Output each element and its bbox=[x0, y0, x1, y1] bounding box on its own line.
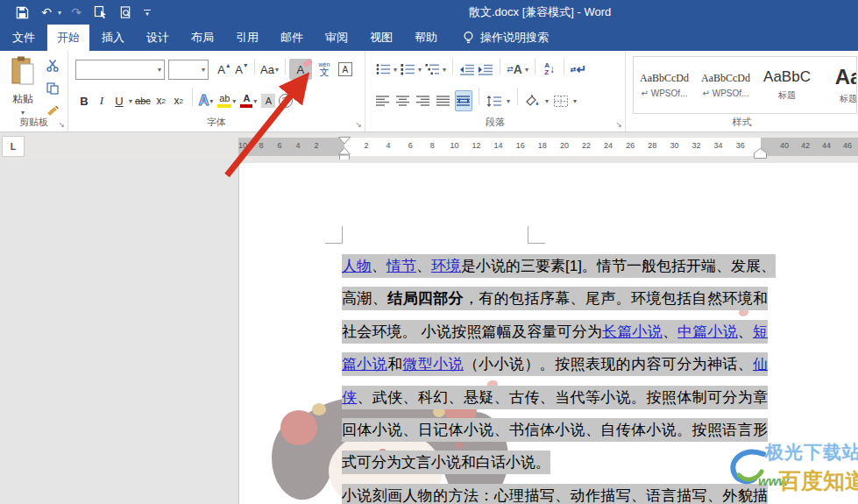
undo-chevron-icon[interactable]: ▾ bbox=[58, 9, 61, 17]
select-object-icon[interactable] bbox=[91, 3, 110, 22]
tab-stop-selector[interactable]: L bbox=[2, 136, 25, 157]
chevron-down-icon[interactable]: ▾ bbox=[524, 66, 529, 74]
clipboard-dialog-launcher-icon[interactable]: ↘ bbox=[58, 121, 65, 129]
hyperlink[interactable]: 长篇小说 bbox=[602, 323, 663, 340]
distributed-justify-button[interactable] bbox=[455, 90, 472, 111]
chevron-down-icon[interactable]: ▾ bbox=[393, 66, 398, 74]
decrease-indent-button[interactable] bbox=[458, 59, 476, 80]
font-dialog-launcher-icon[interactable]: ↘ bbox=[355, 121, 362, 129]
tab-设计[interactable]: 设计 bbox=[137, 25, 179, 51]
text-line[interactable]: 式可分为文言小说和白话小说。 bbox=[342, 446, 768, 479]
selected-text[interactable]: 回体小说、日记体小说、书信体小说、自传体小说。按照语言形 bbox=[342, 418, 768, 442]
hyperlink[interactable]: 篇小说 bbox=[342, 356, 387, 373]
font-name-combo[interactable]: ▾ bbox=[75, 60, 165, 80]
subscript-button[interactable]: x2 bbox=[152, 90, 170, 111]
selected-text[interactable]: 篇小说和微型小说（小小说）。按照表现的内容可分为神话、仙 bbox=[342, 352, 768, 376]
tab-文件[interactable]: 文件 bbox=[3, 25, 45, 51]
chevron-down-icon[interactable]: ▾ bbox=[506, 97, 511, 105]
underline-button[interactable]: U bbox=[110, 90, 128, 111]
style-item-标题[interactable]: AaBbC标题 bbox=[756, 57, 818, 113]
hyperlink[interactable]: 短 bbox=[753, 323, 768, 340]
text-line[interactable]: 高潮、结局四部分，有的包括序幕、尾声。环境包括自然环境和 bbox=[342, 282, 768, 315]
align-center-button[interactable] bbox=[394, 90, 412, 111]
text-line[interactable]: 小说刻画人物的方法：心理描写、动作描写、语言描写、外貌描 bbox=[342, 479, 768, 504]
enclose-characters-button[interactable]: 字 bbox=[277, 90, 294, 111]
hyperlink[interactable]: 侠 bbox=[342, 389, 357, 406]
font-size-combo[interactable]: ▾ bbox=[168, 60, 209, 80]
chevron-down-icon[interactable]: ▾ bbox=[544, 97, 550, 105]
save-icon[interactable] bbox=[12, 3, 32, 22]
grow-font-button[interactable]: A▲ bbox=[216, 59, 233, 80]
show-hide-marks-button[interactable]: ⇄↵ bbox=[570, 59, 587, 80]
superscript-button[interactable]: x2 bbox=[170, 90, 188, 111]
tab-插入[interactable]: 插入 bbox=[92, 25, 134, 51]
strikethrough-button[interactable]: abc bbox=[133, 90, 152, 111]
selected-text[interactable]: 小说刻画人物的方法：心理描写、动作描写、语言描写、外貌描 bbox=[342, 484, 768, 504]
chevron-down-icon[interactable]: ▾ bbox=[157, 66, 164, 74]
selected-text[interactable]: 式可分为文言小说和白话小说。 bbox=[342, 451, 550, 474]
shading-button[interactable] bbox=[524, 90, 542, 111]
align-right-button[interactable] bbox=[415, 90, 432, 111]
phonetic-guide-button[interactable]: wén文 bbox=[316, 59, 333, 80]
selected-text[interactable]: 社会环境。 小说按照篇幅及容量可分为长篇小说、中篇小说、短 bbox=[342, 320, 768, 344]
selected-text[interactable]: 人物、情节、环境是小说的三要素[1]。情节一般包括开端、发展、 bbox=[342, 254, 776, 278]
line-spacing-button[interactable] bbox=[486, 90, 503, 111]
paste-button[interactable]: 粘贴 ▾ bbox=[5, 56, 40, 124]
customize-qat-icon[interactable]: ▾ bbox=[144, 10, 151, 16]
paragraph-dialog-launcher-icon[interactable]: ↘ bbox=[615, 121, 622, 129]
text-line[interactable]: 人物、情节、环境是小说的三要素[1]。情节一般包括开端、发展、 bbox=[342, 250, 768, 282]
align-left-button[interactable] bbox=[374, 90, 392, 111]
hyperlink[interactable]: 环境 bbox=[431, 258, 461, 274]
text-line[interactable]: 社会环境。 小说按照篇幅及容量可分为长篇小说、中篇小说、短 bbox=[342, 316, 768, 348]
tab-引用[interactable]: 引用 bbox=[226, 25, 268, 51]
text-line[interactable]: 侠、武侠、科幻、悬疑、古传、当代等小说。按照体制可分为章 bbox=[342, 381, 768, 414]
copy-icon[interactable] bbox=[44, 81, 61, 96]
sort-button[interactable]: AZ↓ bbox=[541, 59, 558, 80]
undo-button[interactable]: ↶ bbox=[37, 3, 56, 22]
bullets-button[interactable] bbox=[374, 59, 392, 80]
borders-button[interactable] bbox=[552, 90, 570, 111]
tell-me-search[interactable]: 操作说明搜索 bbox=[463, 25, 549, 51]
tab-邮件[interactable]: 邮件 bbox=[271, 25, 313, 51]
highlight-color-button[interactable]: ab▾ bbox=[216, 90, 238, 111]
character-border-button[interactable]: A bbox=[337, 59, 354, 80]
selected-text[interactable]: 侠、武侠、科幻、悬疑、古传、当代等小说。按照体制可分为章 bbox=[342, 386, 768, 409]
tab-布局[interactable]: 布局 bbox=[181, 25, 223, 51]
tab-审阅[interactable]: 审阅 bbox=[316, 25, 358, 51]
font-color-button[interactable]: A▾ bbox=[238, 90, 259, 111]
justify-button[interactable] bbox=[435, 90, 452, 111]
chevron-down-icon[interactable]: ▾ bbox=[201, 66, 208, 74]
print-preview-icon[interactable] bbox=[116, 3, 135, 22]
chevron-down-icon[interactable]: ▾ bbox=[572, 97, 578, 105]
character-shading-button[interactable]: A bbox=[259, 90, 277, 111]
chevron-down-icon[interactable]: ▾ bbox=[442, 66, 447, 74]
cut-icon[interactable] bbox=[44, 58, 61, 74]
text-line[interactable]: 回体小说、日记体小说、书信体小说、自传体小说。按照语言形 bbox=[342, 414, 768, 446]
document-text[interactable]: 人物、情节、环境是小说的三要素[1]。情节一般包括开端、发展、高潮、结局四部分，… bbox=[342, 250, 768, 504]
hyperlink[interactable]: 微型小说 bbox=[403, 356, 464, 373]
style-item-标题[interactable]: Aa标题 bbox=[818, 57, 857, 113]
increase-indent-button[interactable] bbox=[477, 59, 494, 80]
hyperlink[interactable]: 情节 bbox=[386, 258, 416, 274]
selected-text[interactable]: 高潮、结局四部分，有的包括序幕、尾声。环境包括自然环境和 bbox=[342, 287, 768, 310]
text-line[interactable]: 篇小说和微型小说（小小说）。按照表现的内容可分为神话、仙 bbox=[342, 348, 768, 380]
shrink-font-button[interactable]: A▼ bbox=[233, 59, 251, 80]
chevron-down-icon[interactable]: ▾ bbox=[417, 66, 422, 74]
tab-帮助[interactable]: 帮助 bbox=[405, 25, 447, 51]
bold-button[interactable]: B bbox=[75, 90, 93, 111]
asian-layout-button[interactable]: ⇄A bbox=[506, 59, 523, 80]
search-label[interactable]: 操作说明搜索 bbox=[480, 30, 549, 46]
multilevel-list-button[interactable] bbox=[423, 59, 441, 80]
tab-开始[interactable]: 开始 bbox=[47, 25, 89, 51]
hyperlink[interactable]: 中篇小说 bbox=[677, 323, 738, 340]
style-item-↵ WPSOf...[interactable]: AaBbCcDd↵ WPSOf... bbox=[695, 57, 756, 113]
style-item-↵ WPSOf...[interactable]: AaBbCcDd↵ WPSOf... bbox=[634, 57, 695, 113]
clear-formatting-button[interactable]: A bbox=[289, 59, 312, 80]
hyperlink[interactable]: 人物 bbox=[342, 258, 372, 274]
numbering-button[interactable] bbox=[399, 59, 416, 80]
tab-视图[interactable]: 视图 bbox=[360, 25, 402, 51]
hyperlink[interactable]: 仙 bbox=[753, 356, 768, 373]
change-case-button[interactable]: Aa▾ bbox=[259, 59, 281, 80]
italic-button[interactable]: I bbox=[93, 90, 110, 111]
text-effects-button[interactable]: A▾ bbox=[197, 90, 216, 111]
